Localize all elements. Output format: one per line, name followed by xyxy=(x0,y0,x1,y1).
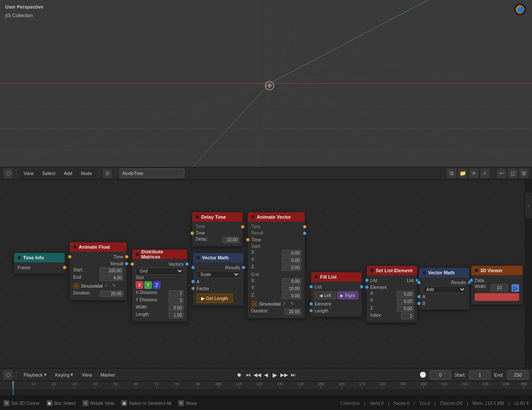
end-frame-input[interactable] xyxy=(507,370,529,380)
av-y1[interactable] xyxy=(282,257,301,264)
node-vector-math2-header: Vector Math xyxy=(419,268,470,277)
row-result-out: Result xyxy=(73,260,123,267)
start-input[interactable] xyxy=(100,267,123,274)
keying-menu[interactable]: Keying ▾ xyxy=(52,370,77,380)
sle-x[interactable] xyxy=(397,291,414,297)
record-btn[interactable]: ⏺ xyxy=(235,371,243,379)
node-delay-time[interactable]: Delay Time Time Time Delay: xyxy=(192,212,243,247)
node-animate-vector[interactable]: Animate Vector Time Result Time Start X:… xyxy=(247,212,305,318)
node-vector-math2[interactable]: Vector Math Results Add A B xyxy=(419,267,470,310)
status-move[interactable]: ✛ Move xyxy=(178,400,197,406)
row-length: Length: xyxy=(136,312,184,319)
av-duration[interactable] xyxy=(284,309,301,315)
sle-y[interactable] xyxy=(397,298,414,305)
length-input[interactable] xyxy=(169,312,184,318)
status-box-select[interactable]: ▣ Box Select xyxy=(47,400,76,406)
x-btn[interactable]: X xyxy=(136,281,143,289)
overlay-icon[interactable]: ◱ xyxy=(508,169,517,178)
x-icon[interactable]: ✕ xyxy=(469,169,479,178)
status-rotate-view[interactable]: ⊙ Rotate View xyxy=(83,400,114,406)
node-vector-math1[interactable]: Vector Math Results Scale A Factor ▶ Get… xyxy=(193,253,244,306)
duration-input[interactable] xyxy=(100,291,123,297)
grid-dropdown[interactable]: Grid xyxy=(136,267,184,275)
delay-input[interactable] xyxy=(222,237,239,243)
av-z1[interactable] xyxy=(282,264,301,271)
z-btn[interactable]: Z xyxy=(153,281,160,289)
width-input[interactable] xyxy=(169,305,184,311)
row-xdiv: X Divisions: xyxy=(136,290,184,297)
select-menu[interactable]: Select xyxy=(39,169,59,178)
av-z2[interactable] xyxy=(282,293,301,299)
prev-keyframe-btn[interactable]: ◀ xyxy=(262,371,270,379)
fl-right-btn[interactable]: ▶ Right xyxy=(337,291,359,299)
sle-index[interactable] xyxy=(401,313,414,319)
add-menu[interactable]: Add xyxy=(60,169,76,178)
play-btn[interactable]: ▶ xyxy=(271,371,279,379)
xdiv-input[interactable] xyxy=(169,290,184,297)
checkmark-icon[interactable]: ✓ xyxy=(480,169,490,178)
row-time-out: Time xyxy=(73,253,123,260)
node-3d-viewer[interactable]: 3D Viewer Data Width: ▷ xyxy=(471,265,523,305)
node-time-info[interactable]: Time Info Frame xyxy=(14,253,65,274)
view-menu[interactable]: View xyxy=(20,169,37,178)
prev-frame-btn[interactable]: ◀◀ xyxy=(253,371,261,379)
svg-text:150: 150 xyxy=(318,382,324,386)
nodetree-input[interactable] xyxy=(119,169,184,178)
skip-start-btn[interactable]: ⏮ xyxy=(244,371,252,379)
node-animate-float[interactable]: Animate Float Time Result Start: End: xyxy=(69,242,127,300)
node-set-list-element[interactable]: Set List Element List List Element X: Y:… xyxy=(366,265,418,323)
width-toggle-btn[interactable]: ▷ xyxy=(511,284,519,292)
view-mode-icon[interactable]: ⬡ xyxy=(3,169,13,178)
get-length-button[interactable]: ▶ Get Length xyxy=(196,294,233,303)
tl-sep1 xyxy=(16,371,17,379)
skip-end-btn[interactable]: ⏭ xyxy=(289,371,297,379)
svg-text:230: 230 xyxy=(482,382,488,386)
vm2-mode-dropdown[interactable]: Add xyxy=(422,286,466,293)
fl-left-btn[interactable]: ◀ Left xyxy=(315,291,336,299)
layout-icon[interactable]: ⊞ xyxy=(519,169,529,178)
node-editor[interactable]: Time Info Frame Animate Float Time Resul… xyxy=(0,180,524,368)
viewport-label: User Perspective xyxy=(5,4,43,9)
folder-icon[interactable]: 📁 xyxy=(458,169,467,178)
toolbar-right: ⧉ 📁 ✕ ✓ ↩ ◱ ⊞ xyxy=(447,169,529,178)
playback-controls: ⏺ ⏮ ◀◀ ◀ ▶ ▶▶ ⏭ xyxy=(235,371,297,379)
marker-menu[interactable]: Marker xyxy=(97,370,119,380)
move-icon: ✛ xyxy=(178,400,184,406)
socket-frame-out xyxy=(63,266,66,269)
back-icon[interactable]: ↩ xyxy=(497,169,506,178)
node-view-icon[interactable]: ⊙ xyxy=(103,169,112,178)
svg-text:40: 40 xyxy=(93,382,97,386)
vm1-mode-dropdown[interactable]: Scale xyxy=(196,271,240,278)
av-end-label: End xyxy=(251,271,301,278)
y-btn[interactable]: Y xyxy=(144,281,152,289)
timeline-mode-icon[interactable]: ⬡ xyxy=(3,370,13,380)
start-frame-input[interactable] xyxy=(469,370,490,380)
socket-fl-list-in xyxy=(309,285,313,288)
node-distribute-matrices[interactable]: Distribute Matrices Vectors Grid Size X … xyxy=(132,249,187,322)
av-y2[interactable] xyxy=(282,285,301,292)
sinusoidal-row: ~ Sinusoidal ✓ ✎ xyxy=(73,283,123,289)
status-set-3d-cursor[interactable]: 🖱 Set 3D Cursor xyxy=(3,400,40,406)
node-fill-list[interactable]: Fill List List ◀ Left ▶ Right Elemen xyxy=(311,272,362,317)
row-fl-length: Length xyxy=(315,307,358,314)
socket-sle-element xyxy=(365,285,369,289)
timeline-area[interactable]: 0 10 20 30 40 50 60 70 80 90 100 110 xyxy=(0,381,532,395)
socket-vm1-a xyxy=(191,280,195,283)
current-frame-input[interactable] xyxy=(430,370,451,380)
next-keyframe-btn[interactable]: ▶▶ xyxy=(280,371,288,379)
viewport-3d[interactable]: User Perspective (0) Collection 🔵 xyxy=(0,0,532,167)
end-input[interactable] xyxy=(100,275,123,281)
ydiv-input[interactable] xyxy=(169,297,184,304)
sidebar-toggle[interactable]: › xyxy=(524,193,532,218)
timeline-toolbar: ⬡ Playback ▾ Keying ▾ View Marker ⏺ ⏮ ◀◀… xyxy=(0,368,532,381)
av-x1[interactable] xyxy=(282,250,301,256)
status-select-deselect[interactable]: ▣ Select or Deselect All xyxy=(121,400,171,406)
sle-z[interactable] xyxy=(397,306,414,312)
av-x2[interactable] xyxy=(282,278,301,285)
playback-menu[interactable]: Playback ▾ xyxy=(20,370,50,380)
tl-view-menu[interactable]: View xyxy=(78,370,95,380)
vw-width-input[interactable] xyxy=(490,284,508,291)
row-vm2-b: B xyxy=(422,300,466,307)
copy-icon[interactable]: ⧉ xyxy=(447,169,456,178)
node-menu[interactable]: Node xyxy=(77,169,95,178)
